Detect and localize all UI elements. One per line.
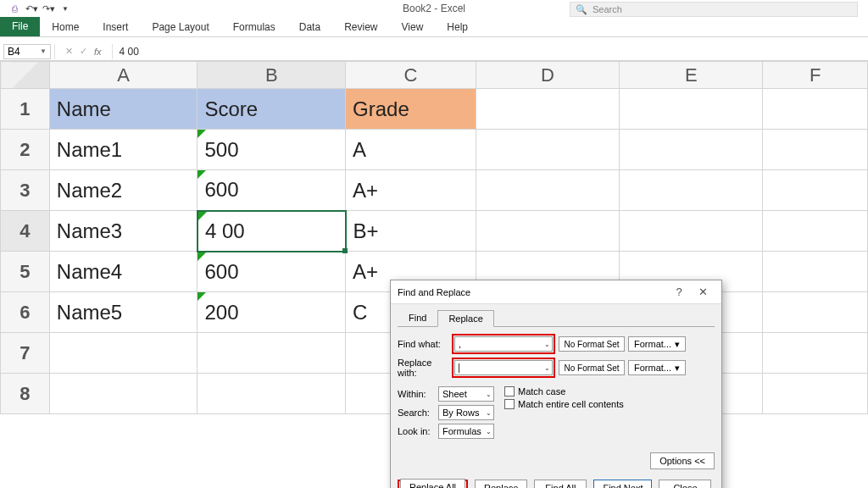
tab-home[interactable]: Home [40, 18, 91, 36]
cell-A8[interactable] [49, 374, 198, 414]
cell-F1[interactable] [763, 89, 868, 130]
chevron-down-icon[interactable]: ⌄ [486, 409, 492, 417]
lookin-label: Look in: [398, 426, 435, 436]
tab-formulas[interactable]: Formulas [221, 18, 287, 36]
find-what-input[interactable]: ,⌄ [454, 336, 553, 352]
cell-E4[interactable] [620, 211, 763, 252]
col-header-D[interactable]: D [476, 62, 619, 89]
cell-C3[interactable]: A+ [346, 170, 476, 211]
col-header-B[interactable]: B [198, 62, 346, 89]
cell-A4[interactable]: Name3 [49, 211, 198, 252]
error-indicator-icon [198, 130, 206, 138]
row-header-6[interactable]: 6 [1, 292, 50, 333]
cell-F8[interactable] [763, 374, 868, 414]
tab-insert[interactable]: Insert [91, 18, 140, 36]
col-header-C[interactable]: C [346, 62, 476, 89]
cell-A3[interactable]: Name2 [49, 170, 198, 211]
cell-D3[interactable] [476, 170, 619, 211]
cell-B2[interactable]: 500 [198, 130, 346, 170]
undo-icon[interactable]: ↶▾ [25, 3, 37, 14]
enter-icon[interactable]: ✓ [80, 46, 87, 57]
cell-A7[interactable] [49, 333, 198, 374]
cell-A6[interactable]: Name5 [49, 292, 198, 333]
match-entire-checkbox[interactable]: Match entire cell contents [504, 399, 624, 409]
lookin-select[interactable]: Formulas⌄ [438, 424, 494, 439]
name-box[interactable]: B4 ▼ [3, 44, 51, 59]
replace-format-button[interactable]: Format...▾ [628, 360, 686, 375]
fx-icon[interactable]: fx [94, 47, 102, 57]
search-input[interactable]: 🔍 Search [570, 2, 858, 17]
chevron-down-icon[interactable]: ⌄ [544, 341, 550, 348]
cell-F4[interactable] [763, 211, 868, 252]
cell-B3[interactable]: 600 [198, 170, 346, 211]
cell-D1[interactable] [476, 89, 619, 130]
col-header-E[interactable]: E [620, 62, 763, 89]
cell-D2[interactable] [476, 130, 619, 170]
cell-C4[interactable]: B+ [346, 211, 476, 252]
dialog-titlebar[interactable]: Find and Replace ? ✕ [391, 280, 721, 304]
cell-E1[interactable] [620, 89, 763, 130]
save-icon[interactable]: ⎙ [8, 3, 20, 14]
match-case-checkbox[interactable]: Match case [504, 386, 624, 396]
row-header-4[interactable]: 4 [1, 211, 50, 252]
cell-B8[interactable] [198, 374, 346, 414]
cell-F3[interactable] [763, 170, 868, 211]
cell-E3[interactable] [620, 170, 763, 211]
replace-all-button[interactable]: Replace All [400, 479, 465, 488]
ribbon-tabs: File Home Insert Page Layout Formulas Da… [0, 17, 868, 37]
within-select[interactable]: Sheet⌄ [438, 386, 494, 402]
select-all-corner[interactable] [1, 62, 50, 89]
cell-A1[interactable]: Name [49, 89, 198, 130]
find-format-button[interactable]: Format...▾ [628, 336, 686, 352]
row-header-7[interactable]: 7 [1, 333, 50, 374]
tab-page-layout[interactable]: Page Layout [140, 18, 220, 36]
row-header-5[interactable]: 5 [1, 252, 50, 292]
chevron-down-icon[interactable]: ⌄ [544, 364, 550, 372]
search-select[interactable]: By Rows⌄ [438, 405, 494, 420]
cell-F6[interactable] [763, 292, 868, 333]
tab-view[interactable]: View [390, 18, 436, 36]
cell-A2[interactable]: Name1 [49, 130, 198, 170]
cell-C2[interactable]: A [346, 130, 476, 170]
cell-E2[interactable] [620, 130, 763, 170]
tab-data[interactable]: Data [287, 18, 332, 36]
close-button[interactable]: Close [659, 480, 711, 488]
options-button[interactable]: Options << [650, 452, 715, 469]
redo-icon[interactable]: ↷▾ [42, 3, 54, 14]
chevron-down-icon[interactable]: ▼ [40, 47, 47, 55]
cell-D4[interactable] [476, 211, 619, 252]
cell-B7[interactable] [198, 333, 346, 374]
tab-replace[interactable]: Replace [437, 310, 493, 327]
cell-B6[interactable]: 200 [198, 292, 346, 333]
col-header-A[interactable]: A [49, 62, 198, 89]
chevron-down-icon: ▾ [675, 339, 680, 350]
row-header-3[interactable]: 3 [1, 170, 50, 211]
tab-review[interactable]: Review [332, 18, 389, 36]
cell-A5[interactable]: Name4 [49, 252, 198, 292]
find-next-button[interactable]: Find Next [593, 480, 652, 488]
tab-help[interactable]: Help [435, 18, 480, 36]
chevron-down-icon[interactable]: ⌄ [486, 428, 492, 435]
replace-button[interactable]: Replace [475, 480, 527, 488]
qat-dropdown-icon[interactable]: ▼ [59, 3, 71, 14]
cell-B4[interactable]: 4 00 [198, 211, 346, 252]
row-header-2[interactable]: 2 [1, 130, 50, 170]
replace-with-input[interactable]: ⌄ [454, 360, 553, 375]
find-all-button[interactable]: Find All [534, 480, 587, 488]
cell-F2[interactable] [763, 130, 868, 170]
tab-find[interactable]: Find [398, 309, 437, 326]
cell-F5[interactable] [763, 252, 868, 292]
cancel-icon[interactable]: ✕ [65, 46, 73, 57]
col-header-F[interactable]: F [763, 62, 868, 89]
row-header-1[interactable]: 1 [1, 89, 50, 130]
help-icon[interactable]: ? [667, 286, 691, 298]
row-header-8[interactable]: 8 [1, 374, 50, 414]
cell-B5[interactable]: 600 [198, 252, 346, 292]
cell-C1[interactable]: Grade [346, 89, 476, 130]
chevron-down-icon[interactable]: ⌄ [486, 391, 492, 398]
cell-F7[interactable] [763, 333, 868, 374]
close-icon[interactable]: ✕ [691, 286, 715, 298]
file-tab[interactable]: File [0, 16, 40, 36]
formula-input[interactable]: 4 00 [113, 46, 868, 58]
cell-B1[interactable]: Score [198, 89, 346, 130]
